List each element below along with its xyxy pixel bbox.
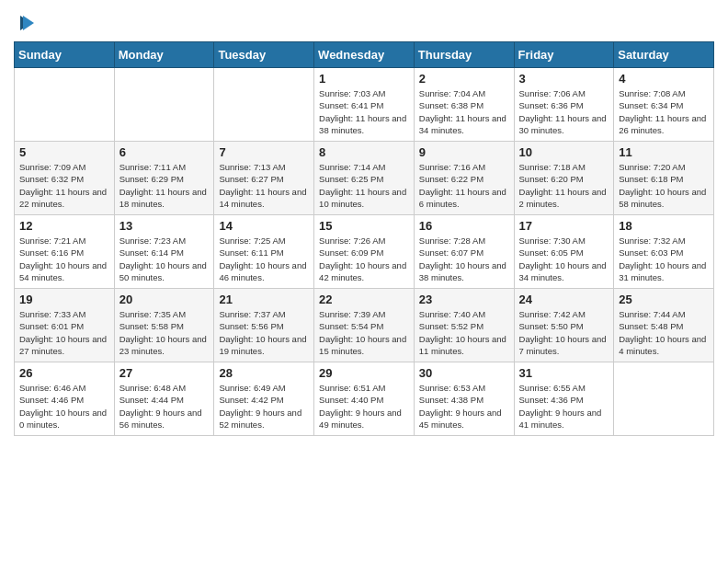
day-header-tuesday: Tuesday: [214, 42, 314, 68]
day-number: 5: [19, 145, 109, 159]
calendar-cell: 8Sunrise: 7:14 AMSunset: 6:25 PMDaylight…: [314, 142, 415, 215]
day-info: Sunrise: 7:03 AMSunset: 6:41 PMDaylight:…: [319, 87, 409, 136]
day-header-friday: Friday: [514, 42, 614, 68]
day-info: Sunrise: 7:14 AMSunset: 6:25 PMDaylight:…: [319, 161, 409, 210]
day-number: 17: [519, 219, 609, 233]
day-number: 28: [219, 366, 309, 380]
day-number: 22: [319, 293, 409, 306]
calendar-cell: 25Sunrise: 7:44 AMSunset: 5:48 PMDayligh…: [614, 289, 714, 362]
day-info: Sunrise: 6:46 AMSunset: 4:46 PMDaylight:…: [19, 382, 109, 431]
day-number: 2: [419, 72, 509, 86]
day-info: Sunrise: 7:20 AMSunset: 6:18 PMDaylight:…: [619, 161, 709, 210]
day-info: Sunrise: 7:44 AMSunset: 5:48 PMDaylight:…: [619, 308, 709, 357]
day-number: 8: [319, 145, 409, 159]
day-info: Sunrise: 6:49 AMSunset: 4:42 PMDaylight:…: [219, 382, 309, 431]
day-number: 25: [619, 293, 709, 306]
calendar-week-row: 19Sunrise: 7:33 AMSunset: 6:01 PMDayligh…: [15, 289, 714, 362]
day-info: Sunrise: 7:42 AMSunset: 5:50 PMDaylight:…: [519, 308, 609, 357]
day-info: Sunrise: 7:39 AMSunset: 5:54 PMDaylight:…: [319, 308, 409, 357]
calendar-cell: 27Sunrise: 6:48 AMSunset: 4:44 PMDayligh…: [114, 362, 214, 436]
day-number: 19: [19, 293, 109, 306]
day-info: Sunrise: 7:04 AMSunset: 6:38 PMDaylight:…: [419, 87, 509, 136]
calendar-cell: 15Sunrise: 7:26 AMSunset: 6:09 PMDayligh…: [314, 215, 415, 289]
day-info: Sunrise: 7:13 AMSunset: 6:27 PMDaylight:…: [219, 161, 309, 210]
day-header-sunday: Sunday: [15, 42, 115, 68]
calendar-cell: [114, 68, 214, 142]
day-info: Sunrise: 7:30 AMSunset: 6:05 PMDaylight:…: [519, 235, 609, 283]
calendar-cell: 22Sunrise: 7:39 AMSunset: 5:54 PMDayligh…: [314, 289, 415, 362]
day-number: 12: [19, 219, 109, 233]
calendar-cell: 4Sunrise: 7:08 AMSunset: 6:34 PMDaylight…: [614, 68, 714, 142]
calendar-cell: 7Sunrise: 7:13 AMSunset: 6:27 PMDaylight…: [214, 142, 314, 215]
calendar-cell: 9Sunrise: 7:16 AMSunset: 6:22 PMDaylight…: [414, 142, 514, 215]
calendar-cell: 29Sunrise: 6:51 AMSunset: 4:40 PMDayligh…: [314, 362, 415, 436]
day-number: 9: [419, 145, 509, 159]
day-info: Sunrise: 7:35 AMSunset: 5:58 PMDaylight:…: [119, 308, 210, 357]
day-info: Sunrise: 7:18 AMSunset: 6:20 PMDaylight:…: [519, 161, 609, 210]
calendar-cell: 13Sunrise: 7:23 AMSunset: 6:14 PMDayligh…: [114, 215, 214, 289]
day-info: Sunrise: 7:37 AMSunset: 5:56 PMDaylight:…: [219, 308, 309, 357]
calendar-cell: 18Sunrise: 7:32 AMSunset: 6:03 PMDayligh…: [614, 215, 714, 289]
day-header-saturday: Saturday: [614, 42, 714, 68]
day-number: 1: [319, 72, 409, 86]
calendar-cell: 24Sunrise: 7:42 AMSunset: 5:50 PMDayligh…: [514, 289, 614, 362]
day-number: 30: [419, 366, 509, 380]
calendar-cell: 3Sunrise: 7:06 AMSunset: 6:36 PMDaylight…: [514, 68, 614, 142]
day-number: 29: [319, 366, 409, 380]
calendar-cell: 11Sunrise: 7:20 AMSunset: 6:18 PMDayligh…: [614, 142, 714, 215]
calendar-week-row: 1Sunrise: 7:03 AMSunset: 6:41 PMDaylight…: [15, 68, 714, 142]
day-info: Sunrise: 7:32 AMSunset: 6:03 PMDaylight:…: [619, 235, 709, 283]
day-info: Sunrise: 7:33 AMSunset: 6:01 PMDaylight:…: [19, 308, 109, 357]
day-number: 13: [119, 219, 210, 233]
day-info: Sunrise: 7:16 AMSunset: 6:22 PMDaylight:…: [419, 161, 509, 210]
day-info: Sunrise: 6:51 AMSunset: 4:40 PMDaylight:…: [319, 382, 409, 431]
day-number: 3: [519, 72, 609, 86]
calendar-cell: 1Sunrise: 7:03 AMSunset: 6:41 PMDaylight…: [314, 68, 415, 142]
day-number: 31: [519, 366, 609, 380]
calendar-cell: 19Sunrise: 7:33 AMSunset: 6:01 PMDayligh…: [15, 289, 115, 362]
calendar-cell: 28Sunrise: 6:49 AMSunset: 4:42 PMDayligh…: [214, 362, 314, 436]
calendar-week-row: 5Sunrise: 7:09 AMSunset: 6:32 PMDaylight…: [15, 142, 714, 215]
day-number: 11: [619, 145, 709, 159]
calendar-cell: 30Sunrise: 6:53 AMSunset: 4:38 PMDayligh…: [414, 362, 514, 436]
calendar-cell: 21Sunrise: 7:37 AMSunset: 5:56 PMDayligh…: [214, 289, 314, 362]
day-number: 10: [519, 145, 609, 159]
day-info: Sunrise: 7:06 AMSunset: 6:36 PMDaylight:…: [519, 87, 609, 136]
calendar-cell: 31Sunrise: 6:55 AMSunset: 4:36 PMDayligh…: [514, 362, 614, 436]
day-info: Sunrise: 7:25 AMSunset: 6:11 PMDaylight:…: [219, 235, 309, 283]
day-header-thursday: Thursday: [414, 42, 514, 68]
calendar-header-row: SundayMondayTuesdayWednesdayThursdayFrid…: [15, 42, 714, 68]
day-number: 26: [19, 366, 109, 380]
day-number: 15: [319, 219, 409, 233]
page-header: [14, 14, 714, 32]
calendar-cell: 14Sunrise: 7:25 AMSunset: 6:11 PMDayligh…: [214, 215, 314, 289]
logo: [14, 14, 35, 32]
day-info: Sunrise: 7:40 AMSunset: 5:52 PMDaylight:…: [419, 308, 509, 357]
day-number: 18: [619, 219, 709, 233]
calendar-cell: 5Sunrise: 7:09 AMSunset: 6:32 PMDaylight…: [15, 142, 115, 215]
calendar-cell: 20Sunrise: 7:35 AMSunset: 5:58 PMDayligh…: [114, 289, 214, 362]
calendar-cell: 23Sunrise: 7:40 AMSunset: 5:52 PMDayligh…: [414, 289, 514, 362]
day-info: Sunrise: 7:11 AMSunset: 6:29 PMDaylight:…: [119, 161, 210, 210]
calendar-cell: 16Sunrise: 7:28 AMSunset: 6:07 PMDayligh…: [414, 215, 514, 289]
day-number: 14: [219, 219, 309, 233]
day-number: 24: [519, 293, 609, 306]
calendar-week-row: 26Sunrise: 6:46 AMSunset: 4:46 PMDayligh…: [15, 362, 714, 436]
calendar-cell: [15, 68, 115, 142]
calendar-cell: 6Sunrise: 7:11 AMSunset: 6:29 PMDaylight…: [114, 142, 214, 215]
logo-arrow-icon: [17, 14, 35, 32]
day-header-wednesday: Wednesday: [314, 42, 415, 68]
day-number: 4: [619, 72, 709, 86]
calendar-week-row: 12Sunrise: 7:21 AMSunset: 6:16 PMDayligh…: [15, 215, 714, 289]
day-number: 16: [419, 219, 509, 233]
day-info: Sunrise: 7:21 AMSunset: 6:16 PMDaylight:…: [19, 235, 109, 283]
day-number: 23: [419, 293, 509, 306]
day-info: Sunrise: 7:26 AMSunset: 6:09 PMDaylight:…: [319, 235, 409, 283]
day-info: Sunrise: 6:55 AMSunset: 4:36 PMDaylight:…: [519, 382, 609, 431]
day-info: Sunrise: 7:23 AMSunset: 6:14 PMDaylight:…: [119, 235, 210, 283]
calendar-cell: 2Sunrise: 7:04 AMSunset: 6:38 PMDaylight…: [414, 68, 514, 142]
day-number: 27: [119, 366, 210, 380]
calendar-cell: 12Sunrise: 7:21 AMSunset: 6:16 PMDayligh…: [15, 215, 115, 289]
calendar-cell: 10Sunrise: 7:18 AMSunset: 6:20 PMDayligh…: [514, 142, 614, 215]
day-number: 6: [119, 145, 210, 159]
